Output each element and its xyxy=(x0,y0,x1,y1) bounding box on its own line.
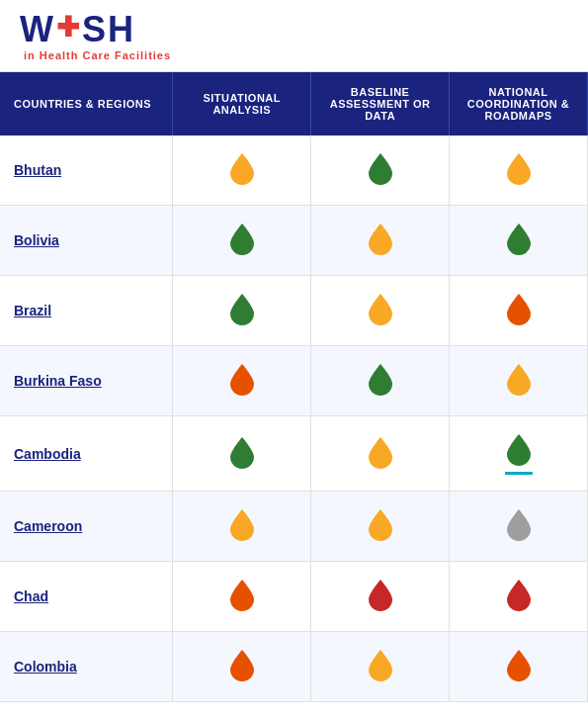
status-drop-icon xyxy=(228,312,256,328)
situational-cell xyxy=(173,346,311,416)
baseline-cell xyxy=(311,416,450,492)
country-cell[interactable]: Bolivia xyxy=(0,206,173,276)
baseline-cell xyxy=(311,632,450,702)
baseline-cell xyxy=(311,492,450,562)
national-cell xyxy=(450,632,588,702)
status-drop-icon xyxy=(505,382,533,399)
baseline-cell xyxy=(311,206,450,276)
country-cell[interactable]: Burkina Faso xyxy=(0,346,173,416)
status-drop-icon xyxy=(367,312,394,328)
country-cell[interactable]: Brazil xyxy=(0,276,173,346)
country-link[interactable]: Burkina Faso xyxy=(14,373,102,389)
situational-cell xyxy=(173,632,311,702)
situational-cell xyxy=(173,276,311,346)
situational-cell xyxy=(173,135,311,206)
status-drop-icon xyxy=(367,597,394,614)
logo-subtitle: in Health Care Facilities xyxy=(24,49,171,61)
table-row: Bolivia xyxy=(0,206,588,276)
logo-text: W ✚ SH xyxy=(20,12,135,47)
country-link[interactable]: Bhutan xyxy=(14,162,61,178)
situational-cell xyxy=(173,206,311,276)
baseline-cell xyxy=(311,135,450,206)
national-cell xyxy=(450,416,588,492)
country-link[interactable]: Bolivia xyxy=(14,232,59,248)
status-drop-icon xyxy=(367,527,394,544)
status-drop-icon xyxy=(505,597,533,614)
status-drop-icon xyxy=(367,241,394,258)
country-table: COUNTRIES & REGIONS SITUATIONALANALYSIS … xyxy=(0,72,588,702)
national-cell xyxy=(450,492,588,562)
status-drop-icon xyxy=(505,171,533,188)
country-cell[interactable]: Bhutan xyxy=(0,135,173,206)
col-header-baseline: BASELINEASSESSMENT ORDATA xyxy=(311,72,450,135)
status-drop-icon xyxy=(367,455,394,472)
main-table-container: COUNTRIES & REGIONS SITUATIONALANALYSIS … xyxy=(0,72,588,702)
table-row: Bhutan xyxy=(0,135,588,206)
table-row: Colombia xyxy=(0,632,588,702)
status-drop-icon xyxy=(505,432,533,475)
country-link[interactable]: Cameroon xyxy=(14,518,82,534)
status-drop-icon xyxy=(505,668,533,684)
national-cell xyxy=(450,346,588,416)
country-link[interactable]: Cambodia xyxy=(14,446,81,462)
national-cell xyxy=(450,562,588,632)
col-header-countries: COUNTRIES & REGIONS xyxy=(0,72,173,135)
status-drop-icon xyxy=(228,382,256,399)
table-row: Cameroon xyxy=(0,492,588,562)
status-drop-icon xyxy=(505,241,533,258)
status-drop-icon xyxy=(505,527,533,544)
status-drop-icon xyxy=(228,668,256,684)
country-cell[interactable]: Colombia xyxy=(0,632,173,702)
status-drop-icon xyxy=(367,171,394,188)
header: W ✚ SH in Health Care Facilities xyxy=(0,0,588,72)
country-cell[interactable]: Cambodia xyxy=(0,416,173,492)
status-drop-icon xyxy=(367,668,394,684)
table-header-row: COUNTRIES & REGIONS SITUATIONALANALYSIS … xyxy=(0,72,588,135)
country-link[interactable]: Brazil xyxy=(14,303,51,318)
status-drop-icon xyxy=(228,597,256,614)
table-row: Brazil xyxy=(0,276,588,346)
baseline-cell xyxy=(311,276,450,346)
status-drop-icon xyxy=(228,527,256,544)
country-cell[interactable]: Chad xyxy=(0,562,173,632)
status-drop-icon xyxy=(367,382,394,399)
table-row: Burkina Faso xyxy=(0,346,588,416)
country-cell[interactable]: Cameroon xyxy=(0,492,173,562)
logo: W ✚ SH in Health Care Facilities xyxy=(20,12,171,61)
national-cell xyxy=(450,206,588,276)
situational-cell xyxy=(173,492,311,562)
plus-icon: ✚ xyxy=(56,14,81,42)
col-header-national: NATIONALCOORDINATION &ROADMAPS xyxy=(450,72,588,135)
country-link[interactable]: Colombia xyxy=(14,659,77,675)
status-drop-icon xyxy=(228,171,256,188)
status-drop-icon xyxy=(505,312,533,328)
status-drop-icon xyxy=(228,241,256,258)
table-row: Chad xyxy=(0,562,588,632)
col-header-situational: SITUATIONALANALYSIS xyxy=(173,72,311,135)
situational-cell xyxy=(173,562,311,632)
baseline-cell xyxy=(311,346,450,416)
national-cell xyxy=(450,276,588,346)
status-drop-icon xyxy=(228,455,256,472)
country-link[interactable]: Chad xyxy=(14,588,48,604)
baseline-cell xyxy=(311,562,450,632)
situational-cell xyxy=(173,416,311,492)
table-row: Cambodia xyxy=(0,416,588,492)
national-cell xyxy=(450,135,588,206)
